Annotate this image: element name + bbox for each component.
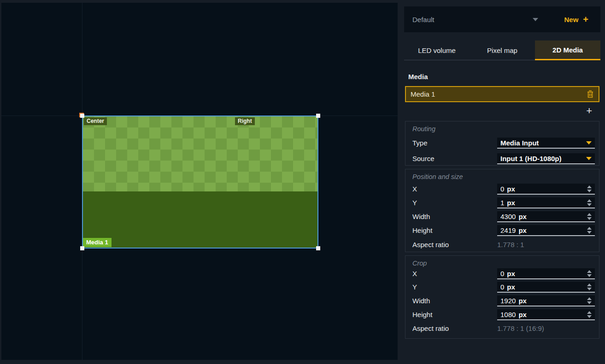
stepper-up-icon[interactable] [587,270,592,273]
position-x-label: X [412,185,417,193]
tab-bar: LED volume Pixel map 2D Media [404,40,600,60]
delete-media-button[interactable] [587,90,594,98]
workspace-dropdown-value: Default [412,16,435,23]
add-media-row: + [405,106,599,116]
position-x-input[interactable]: 0 px [497,184,595,195]
chevron-down-icon [586,157,592,160]
type-dropdown[interactable]: Media Input [497,138,595,149]
position-x-value: 0 [500,185,504,193]
tab-led-volume[interactable]: LED volume [404,40,470,60]
crop-width-label: Width [412,297,430,305]
crop-section-title: Crop [412,260,427,267]
routing-section-title: Routing [412,125,435,133]
media-name-badge: Media 1 [83,238,112,247]
position-width-input[interactable]: 4300 px [497,211,595,222]
media-list-header: Media [408,73,428,81]
source-dropdown-value: Input 1 (HD-1080p) [500,155,562,162]
stepper-down-icon[interactable] [587,315,592,318]
position-width-label: Width [412,213,430,220]
crop-x-input[interactable]: 0 px [497,268,595,279]
media-item-label: Media 1 [411,90,435,98]
media-list-item-selected[interactable]: Media 1 [405,86,599,102]
crop-x-label: X [412,270,417,277]
stepper-down-icon[interactable] [587,203,592,206]
stepper-icon[interactable] [587,227,592,234]
position-x-unit: px [507,185,515,193]
new-button-label: New [564,16,578,23]
resize-handle-top-left[interactable] [80,114,84,118]
crop-x-unit: px [507,270,515,277]
stepper-icon[interactable] [587,311,592,318]
position-height-value: 2419 [500,226,516,234]
crop-width-input[interactable]: 1920 px [497,295,595,306]
position-height-unit: px [518,226,527,234]
crop-height-value: 1080 [500,311,516,318]
stepper-up-icon[interactable] [587,199,592,202]
crop-aspect-value: 1.778 : 1 (16:9) [497,324,544,332]
media-uncovered-area [83,191,317,248]
chevron-down-icon [586,141,592,144]
stepper-icon[interactable] [587,297,592,304]
routing-section: Routing Type Media Input Source Input 1 … [405,121,599,166]
position-width-value: 4300 [500,213,516,220]
stepper-up-icon[interactable] [587,297,592,300]
position-aspect-label: Aspect ratio [412,241,449,248]
crop-height-unit: px [518,311,527,318]
position-size-section-title: Position and size [412,173,463,180]
crop-section: Crop X 0 px Y 0 px Width 1920 px [405,255,599,339]
stepper-up-icon[interactable] [587,311,592,314]
source-dropdown[interactable]: Input 1 (HD-1080p) [497,153,595,164]
crop-y-label: Y [412,283,417,291]
stepper-icon[interactable] [587,270,592,277]
stepper-down-icon[interactable] [587,301,592,304]
media-rectangle[interactable]: Center Right Media 1 [82,116,318,248]
workspace-dropdown[interactable]: Default New + [404,6,600,32]
chevron-down-icon[interactable] [533,18,538,21]
crop-width-value: 1920 [500,297,516,305]
media-led-overlap-area [83,116,317,191]
crop-height-input[interactable]: 1080 px [497,309,595,320]
resize-handle-bottom-right[interactable] [316,246,320,250]
position-y-value: 1 [500,199,504,207]
plus-icon: + [583,15,588,24]
resize-handle-bottom-left[interactable] [80,246,84,250]
position-y-unit: px [507,199,515,207]
stepper-down-icon[interactable] [587,288,592,290]
position-y-label: Y [412,199,417,207]
new-workspace-button[interactable]: New + [564,15,588,24]
stepper-up-icon[interactable] [587,227,592,230]
stepper-up-icon[interactable] [587,283,592,286]
stepper-down-icon[interactable] [587,231,592,234]
crop-y-unit: px [507,283,515,291]
crop-y-input[interactable]: 0 px [497,282,595,293]
stepper-down-icon[interactable] [587,190,592,192]
position-height-input[interactable]: 2419 px [497,225,595,236]
position-width-unit: px [518,213,527,220]
wall-label-center: Center [84,117,107,125]
type-dropdown-value: Media Input [500,139,539,147]
crop-width-unit: px [518,297,527,305]
crop-aspect-label: Aspect ratio [412,324,449,332]
stepper-down-icon[interactable] [587,274,592,277]
tab-2d-media[interactable]: 2D Media [535,40,600,60]
wall-label-right: Right [235,117,255,125]
tab-pixel-map[interactable]: Pixel map [470,40,535,60]
stepper-up-icon[interactable] [587,185,592,188]
trash-icon [587,90,594,98]
position-aspect-value: 1.778 : 1 [497,241,524,248]
crop-height-label: Height [412,311,432,318]
add-media-button[interactable]: + [586,106,592,116]
crop-x-value: 0 [500,270,504,277]
stepper-icon[interactable] [587,199,592,206]
position-size-section: Position and size X 0 px Y 1 px Width 43… [405,169,599,252]
stepper-down-icon[interactable] [587,217,592,220]
position-y-input[interactable]: 1 px [497,197,595,208]
crop-y-value: 0 [500,283,504,291]
stepper-icon[interactable] [587,213,592,220]
properties-panel: Default New + LED volume Pixel map 2D Me… [404,0,600,364]
stepper-up-icon[interactable] [587,213,592,216]
stepper-icon[interactable] [587,283,592,290]
stepper-icon[interactable] [587,185,592,192]
resize-handle-top-right[interactable] [316,114,320,118]
media-canvas[interactable]: Center Right Media 1 [1,3,398,360]
